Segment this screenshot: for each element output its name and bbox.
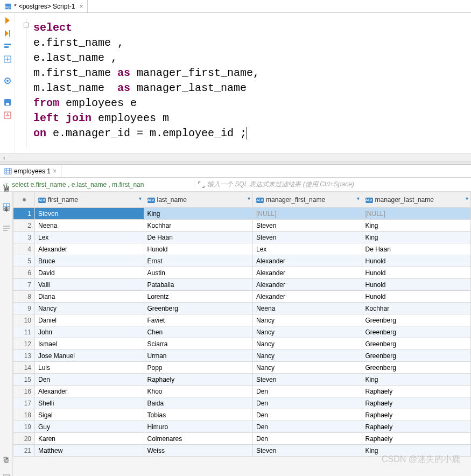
table-row[interactable]: 1StevenKing[NULL][NULL] xyxy=(13,208,471,220)
cell[interactable]: Alexander xyxy=(253,267,362,279)
row-number[interactable]: 10 xyxy=(13,314,35,326)
column-header-manager_last_name[interactable]: ABCmanager_last_name▾ xyxy=(362,192,471,208)
cell[interactable]: King xyxy=(144,208,253,220)
editor-tab-script-1[interactable]: SQL *<postgres> Script-1 × xyxy=(0,0,88,12)
close-icon[interactable]: × xyxy=(53,167,57,175)
cell[interactable]: David xyxy=(35,267,144,279)
table-row[interactable]: 20KarenColmenaresDenRaphaely xyxy=(13,433,471,445)
cell[interactable]: Luis xyxy=(35,362,144,374)
cell[interactable]: Raphaely xyxy=(362,397,471,409)
row-number[interactable]: 9 xyxy=(13,303,35,314)
cell[interactable]: Baida xyxy=(144,397,253,409)
cell[interactable]: Hunold xyxy=(362,279,471,291)
cell[interactable]: Lorentz xyxy=(144,291,253,303)
cell[interactable]: Den xyxy=(253,433,362,445)
cell[interactable]: Alexander xyxy=(253,291,362,303)
cell[interactable]: Greenberg xyxy=(144,303,253,314)
row-number[interactable]: 16 xyxy=(13,386,35,397)
table-row[interactable]: 21MatthewWeissStevenKing xyxy=(13,445,471,457)
table-row[interactable]: 13Jose ManuelUrmanNancyGreenberg xyxy=(13,350,471,362)
cell[interactable]: Kochhar xyxy=(362,303,471,314)
cell[interactable]: Raphaely xyxy=(362,421,471,433)
expand-icon[interactable] xyxy=(198,181,205,188)
cell[interactable]: Daniel xyxy=(35,314,144,326)
cell[interactable]: Nancy xyxy=(253,326,362,338)
cell[interactable]: Raphaely xyxy=(362,386,471,397)
row-number[interactable]: 14 xyxy=(13,362,35,374)
cell[interactable]: Austin xyxy=(144,267,253,279)
cell[interactable]: Neena xyxy=(35,220,144,232)
cell[interactable]: Ernst xyxy=(144,255,253,267)
cell[interactable]: [NULL] xyxy=(362,208,471,220)
row-number[interactable]: 17 xyxy=(13,397,35,409)
cell[interactable]: Den xyxy=(35,374,144,386)
table-row[interactable]: 15DenRaphaelyStevenKing xyxy=(13,374,471,386)
cell[interactable]: Lex xyxy=(35,232,144,243)
row-number[interactable]: 6 xyxy=(13,267,35,279)
cell[interactable]: Den xyxy=(253,386,362,397)
column-menu-icon[interactable]: ▾ xyxy=(357,195,360,201)
cell[interactable]: Khoo xyxy=(144,386,253,397)
text-view-icon[interactable] xyxy=(2,224,11,233)
side-tab-text[interactable]: 文本 xyxy=(1,213,11,222)
cell[interactable]: Guy xyxy=(35,421,144,433)
cell[interactable]: [NULL] xyxy=(253,208,362,220)
row-number[interactable]: 13 xyxy=(13,350,35,362)
cell[interactable]: Urman xyxy=(144,350,253,362)
cell[interactable]: King xyxy=(362,374,471,386)
cell[interactable]: Tobias xyxy=(144,409,253,421)
cell[interactable]: De Haan xyxy=(362,243,471,255)
grid-corner[interactable] xyxy=(13,192,35,208)
column-menu-icon[interactable]: ▾ xyxy=(466,195,468,201)
table-row[interactable]: 12IsmaelSciarraNancyGreenberg xyxy=(13,338,471,350)
execute-icon[interactable] xyxy=(3,16,12,25)
cell[interactable]: Greenberg xyxy=(362,350,471,362)
cell[interactable]: Himuro xyxy=(144,421,253,433)
results-tab-employees-1[interactable]: employees 1 × xyxy=(0,165,61,177)
plan-icon[interactable] xyxy=(3,55,12,64)
column-menu-icon[interactable]: ▾ xyxy=(139,195,142,201)
row-number[interactable]: 15 xyxy=(13,374,35,386)
table-row[interactable]: 5BruceErnstAlexanderHunold xyxy=(13,255,471,267)
cell[interactable]: King xyxy=(362,445,471,457)
table-row[interactable]: 3LexDe HaanStevenKing xyxy=(13,232,471,243)
row-number[interactable]: 7 xyxy=(13,279,35,291)
cell[interactable]: Valli xyxy=(35,279,144,291)
cell[interactable]: Kochhar xyxy=(144,220,253,232)
table-row[interactable]: 18SigalTobiasDenRaphaely xyxy=(13,409,471,421)
table-row[interactable]: 6DavidAustinAlexanderHunold xyxy=(13,267,471,279)
table-row[interactable]: 9NancyGreenbergNeenaKochhar xyxy=(13,303,471,314)
cell[interactable]: Hunold xyxy=(362,291,471,303)
execute-script-icon[interactable] xyxy=(3,29,12,38)
cell[interactable]: Nancy xyxy=(253,362,362,374)
row-number[interactable]: 12 xyxy=(13,338,35,350)
cell[interactable]: Steven xyxy=(253,220,362,232)
cell[interactable]: Sigal xyxy=(35,409,144,421)
side-tab-record[interactable]: 记录 xyxy=(1,463,11,472)
save-icon[interactable] xyxy=(3,98,12,107)
cell[interactable]: Raphaely xyxy=(362,433,471,445)
cell[interactable]: Hunold xyxy=(362,255,471,267)
row-number[interactable]: 18 xyxy=(13,409,35,421)
column-header-last_name[interactable]: ABClast_name▾ xyxy=(144,192,253,208)
row-number[interactable]: 1 xyxy=(13,208,35,220)
cell[interactable]: Greenberg xyxy=(362,314,471,326)
load-icon[interactable] xyxy=(3,111,12,120)
cell[interactable]: Nancy xyxy=(253,314,362,326)
table-row[interactable]: 16AlexanderKhooDenRaphaely xyxy=(13,386,471,397)
explain-icon[interactable] xyxy=(3,42,12,51)
cell[interactable]: Bruce xyxy=(35,255,144,267)
cell[interactable]: Faviet xyxy=(144,314,253,326)
row-number[interactable]: 5 xyxy=(13,255,35,267)
cell[interactable]: Neena xyxy=(253,303,362,314)
cell[interactable]: Hunold xyxy=(144,243,253,255)
cell[interactable]: Karen xyxy=(35,433,144,445)
row-number[interactable]: 20 xyxy=(13,433,35,445)
table-row[interactable]: 11JohnChenNancyGreenberg xyxy=(13,326,471,338)
column-header-first_name[interactable]: ABCfirst_name▾ xyxy=(35,192,144,208)
cell[interactable]: Chen xyxy=(144,326,253,338)
cell[interactable]: Alexander xyxy=(35,386,144,397)
cell[interactable]: Colmenares xyxy=(144,433,253,445)
cell[interactable]: Lex xyxy=(253,243,362,255)
cell[interactable]: Alexander xyxy=(253,279,362,291)
